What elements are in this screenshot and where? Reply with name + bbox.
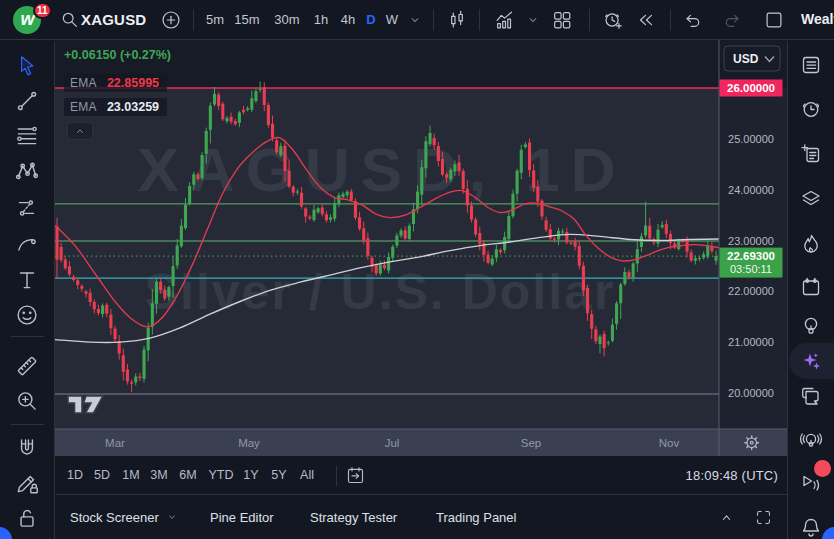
sidebar-alarm-clock[interactable]	[794, 92, 828, 126]
sidebar-chat-bubbles[interactable]	[794, 379, 828, 413]
tool-trend-line[interactable]	[10, 84, 44, 118]
price-tick: 23.00000	[728, 235, 774, 247]
bell-icon	[799, 515, 823, 539]
panel-tab-stock-screener[interactable]: Stock Screener	[70, 510, 179, 525]
magnet-icon	[14, 435, 40, 461]
forecast-icon	[14, 195, 40, 221]
xabcd-pattern-icon	[14, 159, 40, 185]
chart-area[interactable]: +0.06150 (+0.27%) EMA22.85995EMA23.03259…	[55, 40, 787, 456]
redo-button[interactable]	[718, 6, 746, 34]
tool-emoji[interactable]	[10, 298, 44, 332]
restore-panel-button[interactable]	[754, 508, 773, 527]
month-label-Nov: Nov	[659, 437, 680, 449]
bar-replay-button[interactable]	[632, 6, 660, 34]
sidebar-ai-sparkles[interactable]	[794, 344, 828, 378]
grid-layout-icon	[551, 9, 573, 31]
tool-ruler[interactable]	[10, 349, 44, 383]
indicators-button[interactable]	[491, 6, 519, 34]
tool-forecast[interactable]	[10, 191, 44, 225]
interval-button-5m[interactable]: 5m	[201, 12, 229, 27]
panel-tab-trading-panel[interactable]: Trading Panel	[436, 510, 516, 525]
tool-zoom-in[interactable]	[10, 384, 44, 418]
indicator-value: 23.03259	[107, 100, 159, 114]
interval-menu-button[interactable]	[401, 6, 429, 34]
ruler-icon	[14, 353, 40, 379]
tool-cursor[interactable]	[10, 49, 44, 83]
expand-panel-button[interactable]	[717, 508, 736, 527]
add-symbol-button[interactable]	[157, 6, 185, 34]
interval-button-1h[interactable]: 1h	[307, 12, 335, 27]
sidebar-idea-bulb[interactable]	[794, 309, 828, 343]
toolbar-separator	[589, 9, 590, 31]
undo-button[interactable]	[679, 6, 707, 34]
month-label-Jul: Jul	[385, 437, 400, 449]
price-tick: 25.00000	[728, 133, 774, 145]
chat-bubbles-icon	[799, 384, 823, 408]
fullscreen-button[interactable]	[760, 6, 788, 34]
search-icon	[59, 9, 81, 31]
last-price-badge-text: 22.69300	[727, 250, 775, 262]
sidebar-watchlist[interactable]	[794, 48, 828, 82]
tool-brush[interactable]	[10, 227, 44, 261]
toolbar-separator	[479, 9, 480, 31]
logo[interactable]: w 11	[13, 6, 55, 36]
indicator-name: EMA	[70, 76, 97, 90]
symbol-search-button[interactable]	[56, 6, 84, 34]
toolbar-separator	[670, 9, 671, 31]
tool-xabcd-pattern[interactable]	[10, 155, 44, 189]
tool-fib-retracement[interactable]	[10, 119, 44, 153]
price-tick: 24.00000	[728, 184, 774, 196]
range-button-All[interactable]: All	[285, 468, 329, 482]
panel-tab-strategy-tester[interactable]: Strategy Tester	[310, 510, 397, 525]
server-clock[interactable]: 18:09:48 (UTC)	[686, 468, 778, 483]
sidebar-play-stream[interactable]	[794, 464, 828, 498]
tool-draw-lock[interactable]	[10, 466, 44, 500]
alert-price-badge-text: 26.00000	[727, 82, 775, 94]
sidebar-flame[interactable]	[794, 227, 828, 261]
chart-style-button[interactable]	[443, 6, 471, 34]
indicator-legend-row[interactable]: EMA23.03259	[64, 98, 167, 116]
chevron-up-icon	[717, 508, 736, 527]
plus-circle-icon	[160, 9, 182, 31]
symbol-name[interactable]: XAGUSD	[81, 11, 146, 28]
indicator-templates-button[interactable]	[519, 6, 547, 34]
month-label-Sep: Sep	[521, 437, 541, 449]
tool-lock-open[interactable]	[10, 501, 44, 535]
go-to-date-button[interactable]	[345, 465, 366, 486]
panel-tab-label: Strategy Tester	[310, 510, 397, 525]
tool-text-tool[interactable]	[10, 263, 44, 297]
top-toolbar: w 11 XAGUSD5m15m30m1h4hDWWealth	[0, 0, 834, 40]
create-alert-button[interactable]	[599, 6, 627, 34]
sidebar-object-tree[interactable]	[794, 182, 828, 216]
notes-plus-icon	[799, 142, 823, 166]
legend-collapse-button[interactable]	[67, 122, 93, 140]
flame-icon	[799, 232, 823, 256]
interval-button-15m[interactable]: 15m	[233, 12, 261, 27]
interval-button-30m[interactable]: 30m	[273, 12, 301, 27]
chart-legend: +0.06150 (+0.27%) EMA22.85995EMA23.03259	[64, 48, 171, 140]
panel-tab-label: Trading Panel	[436, 510, 516, 525]
lock-open-icon	[14, 505, 40, 531]
tool-magnet[interactable]	[10, 431, 44, 465]
screener-chevron-icon	[165, 510, 179, 524]
range-separator	[336, 466, 337, 486]
toolbar-separator	[193, 9, 194, 31]
sidebar-bulb-broadcast[interactable]	[794, 423, 828, 457]
price-tick: 21.00000	[728, 336, 774, 348]
undo-icon	[682, 9, 704, 31]
cursor-icon	[14, 53, 40, 79]
ai-sparkles-icon	[799, 349, 823, 373]
draw-lock-icon	[14, 470, 40, 496]
indicator-legend-row[interactable]: EMA22.85995	[64, 74, 167, 92]
account-name[interactable]: Wealth	[801, 11, 834, 27]
price-tick: 20.00000	[728, 387, 774, 399]
panel-tab-pine-editor[interactable]: Pine Editor	[210, 510, 274, 525]
chevron-up-icon	[73, 124, 87, 138]
layout-button[interactable]	[548, 6, 576, 34]
sidebar-calendar[interactable]	[794, 270, 828, 304]
sidebar-notes-plus[interactable]	[794, 137, 828, 171]
alarm-clock-icon	[799, 97, 823, 121]
month-label-May: May	[238, 437, 260, 449]
toolbar-separator	[11, 336, 44, 337]
panel-controls	[717, 508, 773, 527]
